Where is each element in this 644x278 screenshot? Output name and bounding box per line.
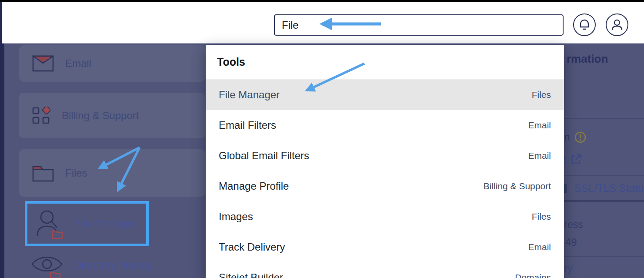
top-header [0,0,644,44]
header-left-strip [0,2,2,46]
bottom-link-fragment[interactable]: ry [564,262,573,275]
dropdown-item-email-filters[interactable]: Email Filters Email [206,110,564,141]
dropdown-item-category: Billing & Support [484,181,551,191]
dropdown-item-global-email-filters[interactable]: Global Email Filters Email [206,141,564,171]
billing-support-icon [32,107,50,125]
dropdown-item-track-delivery[interactable]: Track Delivery Email [206,232,564,262]
files-folder-icon [32,164,54,182]
right-panel-heading-fragment: rmation [567,52,608,66]
dropdown-item-label: Track Delivery [219,241,285,253]
sidebar-item-files[interactable]: Files [19,149,205,197]
sidebar-item-billing-support[interactable]: Billing & Support [19,93,205,138]
user-icon [611,18,624,31]
file-manager-highlight-box [25,201,149,246]
dropdown-item-images[interactable]: Images Files [206,201,564,232]
dropdown-item-category: Domains [515,272,551,278]
notifications-button[interactable] [573,13,596,36]
warning-icon [574,131,586,143]
external-link-icon [571,154,582,165]
address-label-fragment: ress [564,219,583,231]
address-value-fragment: 49 [565,236,577,248]
dropdown-item-category: Email [528,151,551,161]
sidebar-item-label: Email [65,57,91,70]
dropdown-item-label: Global Email Filters [219,150,309,162]
right-panel-card-edge [564,200,644,202]
directory-privacy-icon [30,252,63,278]
dropdown-title: Tools [206,45,564,80]
dropdown-item-label: Images [219,211,253,223]
sidebar-item-label: Directory Privacy [74,259,153,271]
cpanel-screen: Email Billing & Support Files [0,0,644,278]
dropdown-item-label: Sitejet Builder [219,271,283,278]
dropdown-item-category: Email [528,120,551,131]
right-panel-divider [564,175,644,176]
sidebar-item-email[interactable]: Email [19,45,205,82]
dropdown-item-label: Manage Profile [219,180,289,192]
right-panel-domain-row: in [562,131,586,143]
dropdown-item-category: Files [532,211,551,222]
sidebar-item-label: Billing & Support [62,110,139,122]
sidebar-item-label: Files [65,167,87,179]
email-icon [32,55,54,72]
sidebar-item-directory-privacy[interactable]: Directory Privacy [30,252,153,278]
search-input[interactable] [274,14,564,36]
bell-icon [578,18,591,31]
ssl-tls-status-label: SSL/TLS Status [574,182,644,194]
account-button[interactable] [606,13,628,36]
dropdown-item-file-manager[interactable]: File Manager Files [206,80,564,110]
right-panel-divider [564,256,644,257]
dropdown-item-label: File Manager [219,89,280,101]
ssl-icon-fragment [564,184,567,193]
tools-search-results-dropdown: Tools File Manager Files Email Filters E… [206,45,564,278]
right-panel-link-row[interactable]: z [561,153,582,165]
dropdown-item-category: Email [528,242,551,252]
dropdown-item-sitejet-builder[interactable]: Sitejet Builder Domains [206,262,564,278]
ssl-tls-status-link[interactable]: SSL/TLS Status [564,182,644,194]
right-panel-divider [564,118,644,119]
dropdown-item-category: Files [532,90,551,100]
dropdown-item-manage-profile[interactable]: Manage Profile Billing & Support [206,171,564,201]
dropdown-item-label: Email Filters [219,119,276,131]
